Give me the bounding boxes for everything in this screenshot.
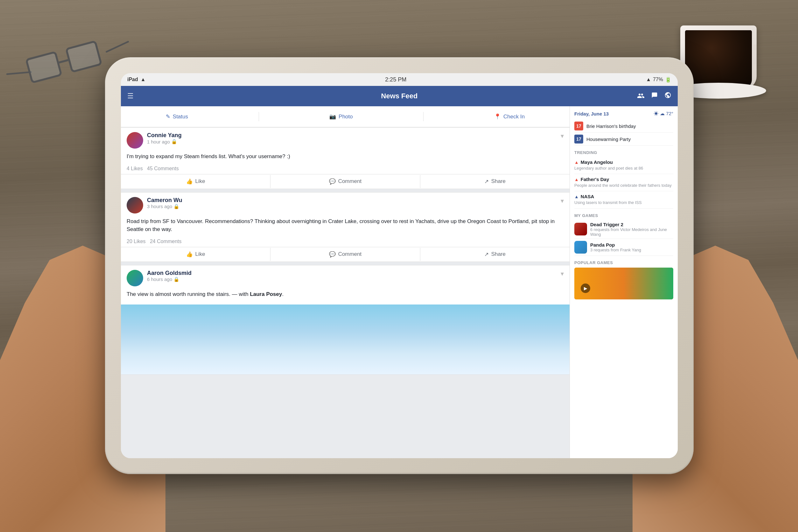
sidebar-weather-temp: ☁ 72° [660,111,673,116]
checkin-label: Check In [504,114,525,120]
avatar-img-cameron [127,197,143,213]
right-sidebar: Friday, June 13 ☁ 72° 17 Brie Harrison's… [570,106,678,458]
post-meta-1: Connie Yang 1 hour ago 🔒 [147,132,557,145]
checkin-button[interactable]: 📍 Check In [488,111,531,122]
status-bar-right: ▲ 77% 🔋 [646,77,671,83]
sidebar-weather: ☁ 72° [653,111,673,116]
menu-icon[interactable]: ☰ [127,92,134,100]
share-label-1: Share [491,178,506,185]
like-icon-1: 👍 [186,178,193,185]
facebook-navbar: ☰ News Feed [121,86,678,106]
post-options-3[interactable]: ▾ [560,270,564,278]
avatar-connie [127,132,143,149]
post-header-2: Cameron Wu 3 hours ago 🔒 ▾ [121,192,570,217]
post-body-1: I'm trying to expand my Steam friends li… [121,152,570,165]
post-header-1: Connie Yang 1 hour ago 🔒 ▾ [121,128,570,152]
like-label-2: Like [195,251,205,258]
status-button[interactable]: ✎ Status [159,111,194,122]
sidebar-date-row: Friday, June 13 ☁ 72° [574,111,673,116]
post-likes-2: 20 Likes [127,239,146,244]
post-time-3: 6 hours ago 🔒 [147,277,557,282]
post-author-3: Aaron Goldsmid [147,270,557,277]
messages-icon[interactable] [651,92,658,100]
wifi-icon: ▲ [141,77,146,82]
event-badge-party: 17 [574,135,583,144]
trending-nasa: ▲ NASA Using lasers to transmit from the… [574,191,673,208]
comment-button-1[interactable]: 💬 Comment [270,175,420,188]
like-icon-2: 👍 [186,251,193,258]
compose-divider-1 [259,112,259,121]
play-button[interactable]: ▶ [581,284,590,293]
post-options-1[interactable]: ▾ [560,132,564,140]
trending-desc-maya: Legendary author and poet dies at 86 [574,166,673,171]
like-button-2[interactable]: 👍 Like [121,248,270,261]
event-bday: 17 Brie Harrison's birthday [574,120,673,133]
sidebar-date: Friday, June 13 [574,111,609,116]
game-dead-trigger: Dead Trigger 2 6 requests from Victor Me… [574,220,673,239]
trending-arrow-maya: ▲ [574,160,579,165]
comment-button-2[interactable]: 💬 Comment [270,248,420,261]
status-time: 2:25 PM [385,76,406,83]
share-button-2[interactable]: ↗ Share [420,248,570,261]
trending-name-nasa: ▲ NASA [574,194,673,199]
battery-level: 77% [653,77,663,82]
post-meta-3: Aaron Goldsmid 6 hours ago 🔒 [147,270,557,282]
post-connie-yang: Connie Yang 1 hour ago 🔒 ▾ I'm trying to… [121,127,570,189]
post-likes-1: 4 Likes [127,166,143,171]
status-icon: ✎ [166,113,170,120]
post-author-2: Cameron Wu [147,197,557,204]
post-stats-1: 4 Likes 45 Comments [121,165,570,174]
trending-maya: ▲ Maya Angelou Legendary author and poet… [574,157,673,174]
nav-title: News Feed [381,92,418,100]
trending-name-maya: ▲ Maya Angelou [574,159,673,165]
game-icon-panda-pop [574,241,587,253]
game-desc-dead-trigger: 6 requests from Victor Medeiros and June… [590,227,673,237]
post-aaron-goldsmid: Aaron Goldsmid 6 hours ago 🔒 ▾ The view … [121,265,570,375]
status-bar-left: iPad ▲ [127,77,146,82]
trending-arrow-fathersday: ▲ [574,177,579,182]
post-body-3: The view is almost worth running the sta… [121,289,570,302]
game-panda-pop: Panda Pop 3 requests from Frank Yang [574,239,673,256]
game-info-dead-trigger: Dead Trigger 2 6 requests from Victor Me… [590,222,673,237]
globe-icon[interactable] [664,92,671,100]
avatar-cameron [127,197,143,213]
like-label-1: Like [195,178,205,185]
avatar-img-connie [127,132,143,149]
post-time-2: 3 hours ago 🔒 [147,204,557,209]
post-actions-2: 👍 Like 💬 Comment ↗ Share [121,247,570,262]
trending-name-fathersday: ▲ Father's Day [574,176,673,182]
post-meta-2: Cameron Wu 3 hours ago 🔒 [147,197,557,209]
trending-section-title: TRENDING [574,150,673,155]
game-desc-panda-pop: 3 requests from Frank Yang [590,248,641,252]
photo-button[interactable]: 📷 Photo [323,111,359,122]
event-housewarming: 17 Housewarming Party [574,133,673,146]
status-bar: iPad ▲ 2:25 PM ▲ 77% 🔋 [121,73,678,86]
comment-icon-2: 💬 [329,251,336,258]
post-comments-1: 45 Comments [147,166,179,171]
post-stats-2: 20 Likes 24 Comments [121,238,570,247]
friends-icon[interactable] [637,92,645,100]
post-photo-3 [121,304,570,375]
event-label-party: Housewarming Party [586,136,631,142]
post-time-1: 1 hour ago 🔒 [147,139,557,145]
privacy-icon-2: 🔒 [173,204,179,209]
game-name-panda-pop: Panda Pop [590,242,641,248]
post-cameron-wu: Cameron Wu 3 hours ago 🔒 ▾ Road trip fro… [121,192,570,262]
status-label: Status [173,114,188,120]
post-options-2[interactable]: ▾ [560,197,564,205]
photo-label: Photo [339,114,353,120]
compose-divider-2 [423,112,423,121]
news-feed: ✎ Status 📷 Photo 📍 Check In [121,106,570,458]
my-games-section-title: MY GAMES [574,213,673,218]
share-icon-1: ↗ [484,178,489,185]
game-info-panda-pop: Panda Pop 3 requests from Frank Yang [590,242,641,252]
compose-bar: ✎ Status 📷 Photo 📍 Check In [121,106,570,127]
signal-icon: ▲ [646,77,651,82]
share-button-1[interactable]: ↗ Share [420,175,570,188]
like-button-1[interactable]: 👍 Like [121,175,270,188]
game-name-dead-trigger: Dead Trigger 2 [590,222,673,227]
tablet-device: iPad ▲ 2:25 PM ▲ 77% 🔋 ☰ News Feed [105,57,694,474]
carrier-label: iPad [127,77,138,82]
photo-icon: 📷 [329,113,336,120]
checkin-icon: 📍 [494,113,501,120]
